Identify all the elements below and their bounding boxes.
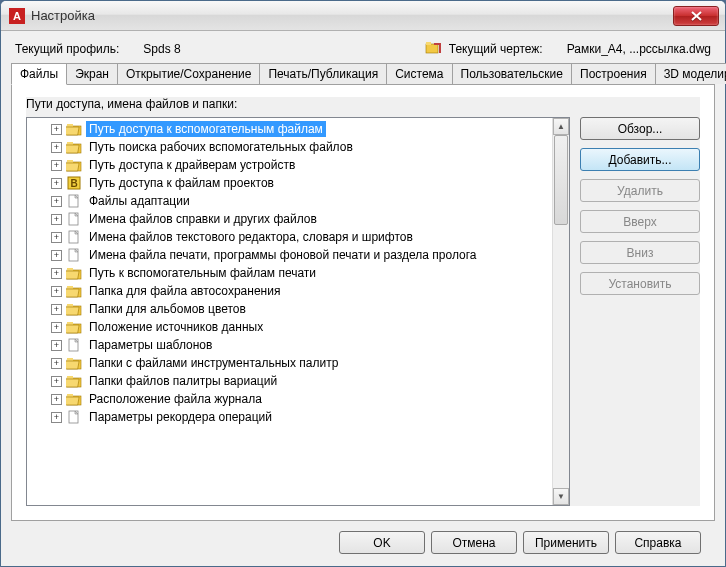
tree-node[interactable]: +Папки файлов палитры вариаций [27, 372, 552, 390]
svg-rect-22 [66, 289, 79, 297]
button-label: Установить [609, 277, 672, 291]
expand-icon[interactable]: + [51, 304, 62, 315]
svg-rect-10 [66, 163, 79, 171]
button-label: Обзор... [618, 122, 663, 136]
tree-node[interactable]: +Расположение файла журнала [27, 390, 552, 408]
scroll-track[interactable] [553, 135, 569, 488]
tree-node[interactable]: +Папки для альбомов цветов [27, 300, 552, 318]
project-icon: B [66, 176, 82, 190]
expand-icon[interactable]: + [51, 286, 62, 297]
ok-button[interactable]: OK [339, 531, 425, 554]
button-label: Справка [634, 536, 681, 550]
tree-node[interactable]: +Папки с файлами инструментальных палитр [27, 354, 552, 372]
tab-plot[interactable]: Печать/Публикация [259, 63, 387, 84]
tree-node[interactable]: +Имена файлов текстового редактора, слов… [27, 228, 552, 246]
tree-node[interactable]: +Имена файла печати, программы фоновой п… [27, 246, 552, 264]
tab-drafting[interactable]: Построения [571, 63, 656, 84]
info-row: Текущий профиль: Spds 8 Текущий чертеж: … [11, 37, 715, 63]
sheet-icon [66, 338, 82, 352]
down-button[interactable]: Вниз [580, 241, 700, 264]
tab-files[interactable]: Файлы [11, 63, 67, 85]
svg-rect-0 [426, 44, 438, 53]
folder-icon [66, 320, 82, 334]
scroll-down-button[interactable]: ▼ [553, 488, 569, 505]
vertical-scrollbar[interactable]: ▲ ▼ [552, 118, 569, 505]
folder-icon [66, 122, 82, 136]
set-button[interactable]: Установить [580, 272, 700, 295]
tree-node[interactable]: +Папка для файла автосохранения [27, 282, 552, 300]
scroll-up-button[interactable]: ▲ [553, 118, 569, 135]
tree-node-label: Путь доступа к вспомогательным файлам [86, 121, 326, 137]
expand-icon[interactable]: + [51, 340, 62, 351]
profile-label: Текущий профиль: [15, 42, 119, 56]
tree-node-label: Путь доступа к драйверам устройств [86, 157, 298, 173]
expand-icon[interactable]: + [51, 268, 62, 279]
expand-icon[interactable]: + [51, 412, 62, 423]
tab-user[interactable]: Пользовательские [452, 63, 573, 84]
tree-node[interactable]: +Путь к вспомогательным файлам печати [27, 264, 552, 282]
folder-icon [66, 302, 82, 316]
svg-rect-3 [67, 124, 73, 127]
tree-node-label: Папки с файлами инструментальных палитр [86, 355, 341, 371]
expand-icon[interactable]: + [51, 322, 62, 333]
tab-open-save[interactable]: Открытие/Сохранение [117, 63, 260, 84]
delete-button[interactable]: Удалить [580, 179, 700, 202]
tab-system[interactable]: Система [386, 63, 452, 84]
add-button[interactable]: Добавить... [580, 148, 700, 171]
tree-node[interactable]: +Путь доступа к драйверам устройств [27, 156, 552, 174]
svg-rect-19 [66, 271, 79, 279]
expand-icon[interactable]: + [51, 196, 62, 207]
expand-icon[interactable]: + [51, 232, 62, 243]
tree-node[interactable]: +Путь поиска рабочих вспомогательных фай… [27, 138, 552, 156]
tab-3d[interactable]: 3D моделирова [655, 63, 726, 84]
svg-rect-35 [66, 379, 79, 387]
apply-button[interactable]: Применить [523, 531, 609, 554]
svg-rect-32 [66, 361, 79, 369]
tree-node[interactable]: +Файлы адаптации [27, 192, 552, 210]
button-label: Вниз [627, 246, 654, 260]
expand-icon[interactable]: + [51, 178, 62, 189]
tree-node[interactable]: +Путь доступа к вспомогательным файлам [27, 120, 552, 138]
tab-label: Печать/Публикация [268, 67, 378, 81]
svg-rect-21 [67, 286, 73, 289]
dialog-footer: OK Отмена Применить Справка [11, 521, 715, 556]
tree-node-label: Имена файлов текстового редактора, слова… [86, 229, 416, 245]
folder-icon [66, 356, 82, 370]
tree-node-label: Папки для альбомов цветов [86, 301, 249, 317]
expand-icon[interactable]: + [51, 214, 62, 225]
tree-node[interactable]: +Параметры шаблонов [27, 336, 552, 354]
up-button[interactable]: Вверх [580, 210, 700, 233]
expand-icon[interactable]: + [51, 124, 62, 135]
button-label: Применить [535, 536, 597, 550]
svg-rect-24 [67, 304, 73, 307]
expand-icon[interactable]: + [51, 250, 62, 261]
side-buttons: Обзор... Добавить... Удалить Вверх Вниз … [580, 117, 700, 506]
scroll-thumb[interactable] [554, 135, 568, 225]
svg-rect-25 [66, 307, 79, 315]
tree-node[interactable]: +Параметры рекордера операций [27, 408, 552, 426]
tree[interactable]: +Путь доступа к вспомогательным файлам+П… [27, 118, 552, 505]
tab-display[interactable]: Экран [66, 63, 118, 84]
svg-rect-18 [67, 268, 73, 271]
tree-node[interactable]: +Положение источников данных [27, 318, 552, 336]
button-label: Добавить... [608, 153, 671, 167]
tree-node-label: Папки файлов палитры вариаций [86, 373, 280, 389]
help-button[interactable]: Справка [615, 531, 701, 554]
button-label: Отмена [452, 536, 495, 550]
expand-icon[interactable]: + [51, 358, 62, 369]
cancel-button[interactable]: Отмена [431, 531, 517, 554]
tree-node[interactable]: +Имена файлов справки и других файлов [27, 210, 552, 228]
close-button[interactable] [673, 6, 719, 26]
app-icon: A [9, 8, 25, 24]
expand-icon[interactable]: + [51, 160, 62, 171]
expand-icon[interactable]: + [51, 376, 62, 387]
tree-node[interactable]: +BПуть доступа к файлам проектов [27, 174, 552, 192]
svg-rect-31 [67, 358, 73, 361]
svg-rect-9 [67, 160, 73, 163]
tree-node-label: Параметры рекордера операций [86, 409, 275, 425]
browse-button[interactable]: Обзор... [580, 117, 700, 140]
expand-icon[interactable]: + [51, 142, 62, 153]
folder-icon [66, 392, 82, 406]
expand-icon[interactable]: + [51, 394, 62, 405]
tab-label: 3D моделирова [664, 67, 726, 81]
